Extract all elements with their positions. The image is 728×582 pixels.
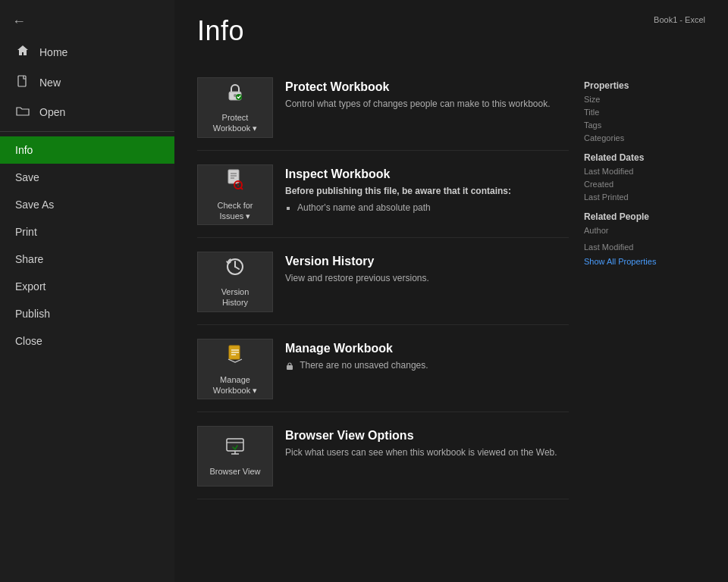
sidebar-divider: [0, 131, 174, 132]
inspect-btn-label: Check forIssues ▾: [217, 200, 253, 222]
sidebar-item-label-save-as: Save As: [15, 199, 54, 211]
prop-last-printed: Last Printed: [584, 192, 705, 202]
browser-icon: [224, 436, 246, 462]
sidebar: ← Home New Open Info Save Save As Print: [0, 0, 174, 582]
sidebar-item-label-close: Close: [15, 335, 42, 347]
title-bar-info: Book1 - Excel: [654, 15, 705, 24]
version-btn-label: VersionHistory: [221, 286, 249, 308]
inspect-title: Inspect Workbook: [285, 167, 569, 181]
sidebar-item-label-export: Export: [15, 280, 46, 293]
sidebar-item-export[interactable]: Export: [0, 273, 174, 300]
inspect-icon: [224, 168, 246, 196]
sidebar-item-label-info: Info: [15, 144, 33, 156]
inspect-desc: Before publishing this file, be aware th…: [285, 184, 569, 214]
manage-title: Manage Workbook: [285, 342, 569, 355]
prop-title: Title: [584, 107, 705, 117]
inspect-details: Inspect Workbook Before publishing this …: [285, 164, 569, 214]
sidebar-item-label-open: Open: [39, 106, 65, 118]
app-name: Excel: [685, 15, 705, 24]
sidebar-item-info[interactable]: Info: [0, 136, 174, 164]
version-desc: View and restore previous versions.: [285, 271, 569, 285]
inspect-section: Check forIssues ▾ Inspect Workbook Befor…: [197, 152, 569, 238]
sidebar-item-share[interactable]: Share: [0, 246, 174, 273]
check-issues-button[interactable]: Check forIssues ▾: [197, 164, 273, 225]
inspect-list-item-1: Author's name and absolute path: [297, 201, 569, 214]
manage-workbook-button[interactable]: ManageWorkbook ▾: [197, 339, 273, 399]
browser-view-button[interactable]: Browser View: [197, 426, 273, 487]
protect-workbook-button[interactable]: ProtectWorkbook ▾: [197, 77, 273, 138]
prop-categories: Categories: [584, 133, 705, 143]
new-icon: [15, 75, 30, 90]
info-sections: ProtectWorkbook ▾ Protect Workbook Contr…: [197, 65, 569, 567]
properties-title: Properties: [584, 80, 705, 91]
protect-section: ProtectWorkbook ▾ Protect Workbook Contr…: [197, 65, 569, 151]
browser-desc: Pick what users can see when this workbo…: [285, 446, 569, 459]
manage-desc: There are no unsaved changes.: [285, 358, 569, 372]
prop-tags: Tags: [584, 120, 705, 130]
browser-details: Browser View Options Pick what users can…: [285, 426, 569, 459]
home-icon: [15, 45, 30, 60]
main-content: Info Book1 - Excel: [174, 0, 728, 582]
open-icon: [15, 105, 30, 119]
show-all-properties-link[interactable]: Show All Properties: [584, 257, 705, 266]
protect-title: Protect Workbook: [285, 80, 569, 94]
header-bar: Info Book1 - Excel: [197, 15, 705, 47]
prop-last-modified-2: Last Modified: [584, 242, 705, 252]
related-people-title: Related People: [584, 211, 705, 222]
sidebar-item-label-print: Print: [15, 226, 37, 238]
browser-section: Browser View Browser View Options Pick w…: [197, 414, 569, 499]
browser-title: Browser View Options: [285, 429, 569, 443]
manage-desc-text: There are no unsaved changes.: [300, 360, 428, 371]
sidebar-item-label-save: Save: [15, 171, 39, 183]
lock-icon: [224, 82, 246, 108]
svg-rect-0: [18, 76, 26, 86]
file-name: Book1: [654, 15, 677, 24]
sidebar-item-print[interactable]: Print: [0, 218, 174, 246]
sidebar-item-label-home: Home: [39, 46, 67, 58]
version-history-button[interactable]: VersionHistory: [197, 252, 273, 312]
sidebar-item-label-new: New: [39, 77, 61, 89]
browser-btn-label: Browser View: [209, 466, 260, 477]
properties-panel: Properties Size Title Tags Categories Re…: [584, 65, 705, 567]
version-icon: [224, 256, 246, 282]
manage-btn-label: ManageWorkbook ▾: [213, 374, 257, 396]
inspect-desc-bold: Before publishing this file, be aware th…: [285, 186, 511, 196]
svg-line-9: [241, 187, 243, 189]
prop-size: Size: [584, 94, 705, 105]
inspect-list: Author's name and absolute path: [285, 201, 569, 214]
sidebar-item-open[interactable]: Open: [0, 98, 174, 127]
manage-icon: [224, 343, 246, 370]
svg-rect-17: [287, 365, 293, 370]
sidebar-item-publish[interactable]: Publish: [0, 300, 174, 327]
svg-point-10: [237, 183, 239, 184]
sidebar-item-close[interactable]: Close: [0, 327, 174, 355]
page-title: Info: [197, 15, 244, 47]
sidebar-item-new[interactable]: New: [0, 67, 174, 98]
sidebar-item-home[interactable]: Home: [0, 37, 174, 67]
manage-details: Manage Workbook There are no unsaved cha…: [285, 339, 569, 372]
protect-desc: Control what types of changes people can…: [285, 97, 569, 111]
version-section: VersionHistory Version History View and …: [197, 239, 569, 325]
sidebar-item-save-as[interactable]: Save As: [0, 191, 174, 218]
back-arrow-icon: ←: [12, 14, 26, 30]
version-title: Version History: [285, 255, 569, 268]
protect-btn-label: ProtectWorkbook ▾: [213, 112, 257, 134]
prop-last-modified: Last Modified: [584, 166, 705, 177]
related-dates-title: Related Dates: [584, 152, 705, 163]
prop-author: Author: [584, 225, 705, 236]
sidebar-item-label-publish: Publish: [15, 308, 50, 320]
sidebar-item-save[interactable]: Save: [0, 164, 174, 191]
lock-small-icon: [285, 361, 294, 371]
sidebar-item-label-share: Share: [15, 253, 43, 265]
content-area: ProtectWorkbook ▾ Protect Workbook Contr…: [197, 65, 705, 567]
back-button[interactable]: ←: [0, 6, 174, 37]
manage-section: ManageWorkbook ▾ Manage Workbook There a…: [197, 327, 569, 412]
version-details: Version History View and restore previou…: [285, 252, 569, 285]
prop-created: Created: [584, 179, 705, 189]
protect-details: Protect Workbook Control what types of c…: [285, 77, 569, 111]
